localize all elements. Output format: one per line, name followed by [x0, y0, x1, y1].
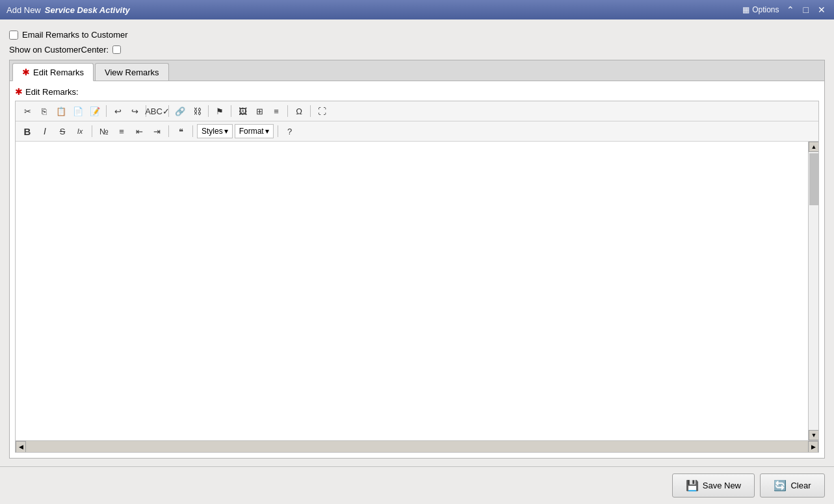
ordered-list-button[interactable]: №	[96, 124, 112, 138]
options-button[interactable]: ▦ Options	[742, 5, 779, 14]
bottom-scroll-track[interactable]	[26, 441, 808, 452]
clear-label: Clear	[790, 481, 811, 490]
omega-button[interactable]: Ω	[291, 104, 307, 118]
tab-view-remarks[interactable]: View Remarks	[95, 63, 169, 81]
undo-button[interactable]: ↩	[110, 104, 125, 118]
title-bar-controls: ▦ Options ⌃ □ ✕	[742, 5, 827, 14]
unordered-list-button[interactable]: ≡	[114, 124, 129, 138]
omega-icon: Ω	[296, 107, 302, 116]
save-new-icon: 💾	[686, 479, 699, 492]
editor-scroll-area: ▲ ▼	[16, 142, 818, 440]
toolbar-sep-11	[278, 125, 278, 137]
scrollbar-track	[809, 152, 818, 430]
paste-word-button[interactable]: 📝	[87, 104, 103, 118]
fullscreen-button[interactable]: ⛶	[314, 104, 330, 118]
unlink-button[interactable]: ⛓	[189, 104, 205, 118]
email-remarks-label: Email Remarks to Customer	[22, 30, 128, 40]
indent-icon: ⇥	[153, 127, 161, 136]
customer-center-checkbox[interactable]	[112, 45, 121, 54]
bottom-scrollbar: ◀ ▶	[16, 440, 818, 452]
tabs-panel: ✱ Edit Remarks View Remarks ✱ Edit Remar…	[9, 60, 825, 459]
redo-button[interactable]: ↪	[127, 104, 142, 118]
main-window: Add New Service Desk Activity ▦ Options …	[0, 0, 834, 504]
image-button[interactable]: 🖼	[235, 104, 250, 118]
cut-icon: ✂	[24, 107, 31, 116]
table-button[interactable]: ⊞	[252, 104, 267, 118]
toolbar-sep-6	[287, 105, 288, 117]
toolbar-sep-8	[92, 125, 92, 137]
toolbar-sep-1	[106, 105, 107, 117]
link-icon: 🔗	[175, 107, 185, 116]
close-button[interactable]: ✕	[816, 5, 827, 14]
image-icon: 🖼	[239, 107, 247, 116]
styles-dropdown[interactable]: Styles ▾	[197, 124, 233, 138]
copy-button[interactable]: ⎘	[36, 104, 52, 118]
clear-icon: 🔄	[774, 479, 787, 492]
editor-toolbar-1: ✂ ⎘ 📋 📄 📝 ↩ ↪ ABC✓ 🔗 ⛓ ⚑	[16, 101, 818, 121]
outdent-icon: ⇤	[136, 127, 143, 136]
title-bar-left: Add New Service Desk Activity	[7, 5, 130, 15]
clear-button[interactable]: 🔄 Clear	[760, 473, 825, 498]
paste-text-button[interactable]: 📄	[70, 104, 86, 118]
format-arrow: ▾	[265, 127, 269, 136]
link-button[interactable]: 🔗	[172, 104, 188, 118]
tab-content: ✱ Edit Remarks: ✂ ⎘ 📋 📄 📝 ↩ ↪	[10, 81, 824, 458]
tab-edit-remarks[interactable]: ✱ Edit Remarks	[12, 63, 94, 81]
clear-format-button[interactable]: Ix	[72, 124, 88, 138]
scroll-up-arrow[interactable]: ▲	[809, 142, 818, 152]
indent-button[interactable]: ⇥	[149, 124, 164, 138]
edit-tab-star: ✱	[22, 67, 30, 77]
flag-button[interactable]: ⚑	[212, 104, 228, 118]
help-button[interactable]: ?	[282, 124, 298, 138]
strikethrough-button[interactable]: S	[55, 124, 70, 138]
editor-body[interactable]	[16, 142, 808, 440]
ordered-list-icon: №	[99, 127, 109, 136]
bold-button[interactable]: B	[20, 124, 35, 138]
save-new-button[interactable]: 💾 Save New	[672, 473, 755, 498]
table-icon: ⊞	[256, 107, 263, 116]
paste-word-icon: 📝	[90, 107, 100, 116]
unordered-list-icon: ≡	[119, 127, 124, 136]
editor-toolbar-2: B I S Ix № ≡ ⇤ ⇥ ❝ Styles	[16, 121, 818, 142]
title-bar: Add New Service Desk Activity ▦ Options …	[0, 0, 834, 19]
scroll-left-arrow[interactable]: ◀	[16, 441, 26, 453]
italic-button[interactable]: I	[37, 124, 53, 138]
scrollbar-thumb[interactable]	[809, 153, 818, 205]
footer-bar: 💾 Save New 🔄 Clear	[0, 466, 834, 504]
blockquote-icon: ❝	[179, 127, 183, 136]
edit-tab-label: Edit Remarks	[33, 68, 84, 77]
tabs-header: ✱ Edit Remarks View Remarks	[10, 60, 824, 81]
toolbar-sep-5	[231, 105, 231, 117]
email-remarks-checkbox[interactable]	[9, 31, 18, 40]
styles-label: Styles	[202, 127, 223, 136]
paste-icon: 📋	[56, 107, 66, 116]
flag-icon: ⚑	[216, 107, 224, 116]
paste-button[interactable]: 📋	[53, 104, 69, 118]
right-scrollbar[interactable]: ▲ ▼	[808, 142, 818, 440]
spellcheck-button[interactable]: ABC✓	[150, 104, 165, 118]
spellcheck-icon: ABC✓	[145, 107, 170, 116]
label-star: ✱	[15, 86, 23, 97]
unlink-icon: ⛓	[193, 107, 202, 116]
toolbar-sep-10	[192, 125, 193, 137]
format-dropdown[interactable]: Format ▾	[235, 124, 274, 138]
fullscreen-icon: ⛶	[318, 107, 326, 116]
maximize-button[interactable]: □	[801, 5, 811, 14]
options-icon: ▦	[742, 5, 749, 14]
toolbar-sep-9	[168, 125, 169, 137]
editor-wrapper: ✂ ⎘ 📋 📄 📝 ↩ ↪ ABC✓ 🔗 ⛓ ⚑	[15, 101, 819, 453]
scroll-right-arrow[interactable]: ▶	[808, 441, 818, 453]
cut-button[interactable]: ✂	[20, 104, 35, 118]
outdent-button[interactable]: ⇤	[131, 124, 147, 138]
edit-remarks-section-label: ✱ Edit Remarks:	[15, 86, 819, 97]
window-title-italic: Service Desk Activity	[45, 5, 130, 15]
redo-icon: ↪	[131, 107, 138, 116]
align-button[interactable]: ≡	[268, 104, 284, 118]
scroll-down-arrow[interactable]: ▼	[809, 430, 818, 440]
format-label: Format	[239, 127, 264, 136]
save-new-label: Save New	[703, 481, 741, 490]
editor-label: Edit Remarks:	[25, 87, 79, 97]
customer-center-label: Show on CustomerCenter:	[9, 45, 109, 55]
blockquote-button[interactable]: ❝	[173, 124, 189, 138]
minimize-button[interactable]: ⌃	[785, 5, 796, 14]
